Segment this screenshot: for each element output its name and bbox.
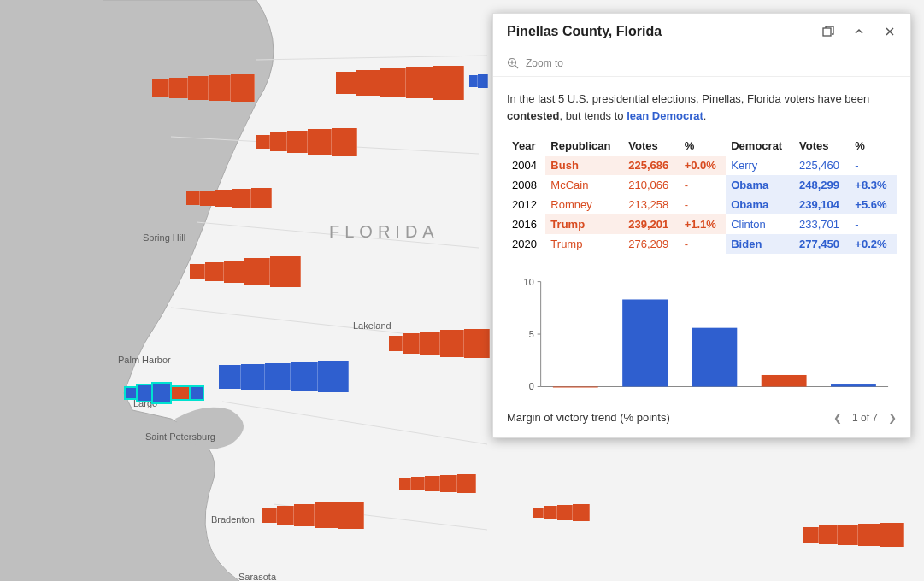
map-bar-cluster[interactable] xyxy=(190,256,301,287)
col-rep-pct: % xyxy=(680,136,727,156)
svg-text:10: 10 xyxy=(524,277,534,287)
table-row: 2008McCain210,066-Obama248,299+8.3% xyxy=(507,175,897,195)
pager-next-icon[interactable]: ❯ xyxy=(888,412,897,424)
col-year: Year xyxy=(507,136,545,156)
map-bar-cluster[interactable] xyxy=(262,502,364,529)
popup-pager: ❮ 1 of 7 ❯ xyxy=(833,412,897,424)
svg-text:5: 5 xyxy=(529,329,534,339)
feature-popup: Pinellas County, Florida Zoom to In the … xyxy=(492,13,911,438)
map-bar-cluster[interactable] xyxy=(186,188,272,208)
map-bar-cluster[interactable] xyxy=(469,74,488,88)
col-rep: Republican xyxy=(545,136,623,156)
map-bar-cluster[interactable] xyxy=(336,66,464,100)
dock-icon[interactable] xyxy=(821,25,835,38)
map-bar-cluster[interactable] xyxy=(219,361,349,392)
chart-title: Margin of victory trend (% points) xyxy=(507,411,670,424)
table-row: 2020Trump276,209-Biden277,450+0.2% xyxy=(507,234,897,254)
map-bar-cluster[interactable] xyxy=(389,329,490,358)
chart-bar[interactable] xyxy=(692,328,737,387)
close-icon[interactable] xyxy=(883,25,897,38)
chart-bar[interactable] xyxy=(831,384,876,386)
map-viewport[interactable]: FLORIDA Spring Hill Palm Harbor Clearwat… xyxy=(0,0,924,581)
map-bar-cluster[interactable] xyxy=(803,523,904,547)
table-row: 2012Romney213,258-Obama239,104+5.6% xyxy=(507,195,897,214)
col-dem-pct: % xyxy=(850,136,897,156)
chart-bar[interactable] xyxy=(762,375,807,387)
map-bar-cluster[interactable] xyxy=(533,504,590,521)
zoom-to-button[interactable]: Zoom to xyxy=(493,50,910,77)
zoom-icon xyxy=(507,57,519,69)
chart-bar[interactable] xyxy=(553,387,598,388)
col-dem: Democrat xyxy=(726,136,794,156)
svg-rect-1 xyxy=(823,28,831,36)
table-row: 2016Trump239,201+1.1%Clinton233,701- xyxy=(507,214,897,234)
popup-title: Pinellas County, Florida xyxy=(507,24,821,39)
popup-header: Pinellas County, Florida xyxy=(493,14,910,50)
map-bar-cluster[interactable] xyxy=(256,128,357,156)
pager-prev-icon[interactable]: ❮ xyxy=(833,412,842,424)
results-table: Year Republican Votes % Democrat Votes %… xyxy=(507,136,897,254)
map-bar-cluster-selected[interactable] xyxy=(125,383,203,403)
svg-text:0: 0 xyxy=(529,381,534,391)
chart-bar[interactable] xyxy=(622,299,668,386)
pager-position: 1 of 7 xyxy=(852,412,878,424)
table-row: 2004Bush225,686+0.0%Kerry225,460- xyxy=(507,156,897,175)
collapse-icon[interactable] xyxy=(852,25,866,38)
map-bar-cluster[interactable] xyxy=(399,474,476,493)
map-bar-cluster[interactable] xyxy=(152,74,255,102)
col-dem-votes: Votes xyxy=(794,136,850,156)
popup-summary: In the last 5 U.S. presidential election… xyxy=(507,91,897,124)
zoom-to-label: Zoom to xyxy=(526,57,563,69)
col-rep-votes: Votes xyxy=(623,136,679,156)
margin-chart: 0510 Margin of victory trend (% points) … xyxy=(507,274,897,424)
results-header-row: Year Republican Votes % Democrat Votes % xyxy=(507,136,897,156)
